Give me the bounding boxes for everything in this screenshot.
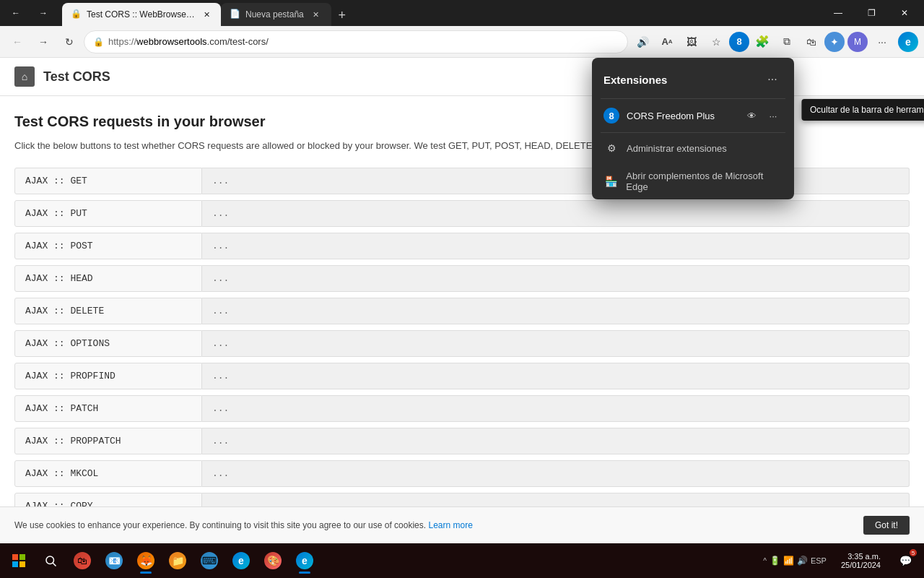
svg-point-4 <box>46 556 54 564</box>
tab-new-tab[interactable]: 📄 Nueva pestaña ✕ <box>221 3 331 26</box>
collections-button[interactable]: ⧉ <box>775 30 798 53</box>
cors-badge-button[interactable]: 8 <box>729 32 749 52</box>
title-bar: ← → 🔒 Test CORS :: WebBrowserTools ✕ 📄 N… <box>0 0 924 26</box>
extension-cors-actions: 👁 ··· <box>742 106 783 125</box>
ajax-propfind-result: ... <box>202 363 910 389</box>
open-ms-icon: 🏪 <box>603 173 619 189</box>
address-rest: .com/test-cors/ <box>207 36 269 47</box>
taskbar-app-firefox[interactable]: 🦊 <box>130 545 162 577</box>
tab-new-close[interactable]: ✕ <box>310 8 323 21</box>
extensions-title: Extensiones <box>603 74 667 86</box>
taskbar-search[interactable] <box>35 545 66 577</box>
ajax-proppatch-result: ... <box>202 428 910 454</box>
manage-extensions-icon: ⚙ <box>603 140 619 156</box>
back-button[interactable]: ← <box>6 30 29 53</box>
ajax-put-button[interactable]: AJAX :: PUT <box>14 200 202 227</box>
extensions-header: Extensiones ··· <box>592 58 794 98</box>
favorites-button[interactable]: ☆ <box>705 30 728 53</box>
browser-back-btn[interactable]: ← <box>3 0 29 26</box>
explorer-icon: 📁 <box>169 552 186 569</box>
new-tab-button[interactable]: + <box>331 4 353 26</box>
manage-extensions-item[interactable]: ⚙ Administrar extensiones <box>592 133 794 163</box>
taskbar-app-outlook[interactable]: 📧 <box>98 545 130 577</box>
ajax-patch-result: ... <box>202 395 910 422</box>
open-ms-item[interactable]: 🏪 Abrir complementos de Microsoft Edge <box>592 163 794 199</box>
tab-cors[interactable]: 🔒 Test CORS :: WebBrowserTools ✕ <box>62 3 221 26</box>
screenshot-button[interactable]: 🖼 <box>680 30 703 53</box>
minimize-button[interactable]: — <box>821 0 855 26</box>
tray-volume: 🔊 <box>797 556 808 566</box>
ajax-row-delete: AJAX :: DELETE ... <box>14 298 910 324</box>
maximize-button[interactable]: ❐ <box>855 0 888 26</box>
ajax-post-result: ... <box>202 233 910 259</box>
ajax-row-head: AJAX :: HEAD ... <box>14 265 910 292</box>
system-tray: ^ 🔋 📶 🔊 ESP 3:35 a.m. 25/01/2024 💬 5 <box>757 545 921 577</box>
taskbar-app-edge2[interactable]: e <box>289 545 321 577</box>
tab-cors-close[interactable]: ✕ <box>201 8 212 21</box>
profile-button[interactable]: M <box>846 30 869 53</box>
taskbar-app-8[interactable]: 🎨 <box>257 545 289 577</box>
vscode-icon: ⌨ <box>201 552 218 569</box>
open-ms-label: Abrir complementos de Microsoft Edge <box>626 171 783 192</box>
clock-date: 25/01/2024 <box>841 561 881 569</box>
extension-cors-name: CORS Freedom Plus <box>627 111 735 121</box>
extension-item-cors[interactable]: 8 CORS Freedom Plus 👁 ··· Ocultar de la … <box>592 99 794 132</box>
start-button[interactable] <box>3 545 35 577</box>
address-protocol: https:// <box>108 36 136 47</box>
refresh-button[interactable]: ↻ <box>58 30 81 53</box>
got-it-button[interactable]: Got it! <box>863 516 910 535</box>
close-button[interactable]: ✕ <box>888 0 921 26</box>
ajax-options-button[interactable]: AJAX :: OPTIONS <box>14 330 202 357</box>
nav-bar: ← → ↻ 🔒 https://webbrowsertools.com/test… <box>0 26 924 58</box>
taskbar: 🛍 📧 🦊 📁 ⌨ e 🎨 e ^ 🔋 📶 🔊 ESP 3:35 a.m. 25… <box>0 543 924 578</box>
site-title: Test CORS <box>43 69 110 85</box>
extensions-more-button[interactable]: ··· <box>762 69 783 90</box>
tray-chevron[interactable]: ^ <box>763 557 767 565</box>
read-aloud-button[interactable]: 🔊 <box>631 30 654 53</box>
ajax-delete-button[interactable]: AJAX :: DELETE <box>14 298 202 324</box>
ajax-rows-container: AJAX :: GET ... AJAX :: PUT ... AJAX :: … <box>14 168 910 544</box>
forward-button[interactable]: → <box>32 30 55 53</box>
ajax-get-button[interactable]: AJAX :: GET <box>14 168 202 194</box>
copilot-button[interactable]: ✦ <box>824 32 845 52</box>
tab-new-title: Nueva pestaña <box>245 9 304 20</box>
settings-button[interactable]: ··· <box>871 30 894 53</box>
tray-language: ESP <box>811 556 827 565</box>
ajax-post-button[interactable]: AJAX :: POST <box>14 233 202 259</box>
address-text: https://webbrowsertools.com/test-cors/ <box>108 36 619 47</box>
cookie-banner: We use cookies to enhance your experienc… <box>0 506 924 543</box>
svg-rect-2 <box>12 561 18 567</box>
edge2-icon: e <box>296 552 313 569</box>
extension-cors-eye-button[interactable]: 👁 <box>742 106 761 125</box>
ajax-patch-button[interactable]: AJAX :: PATCH <box>14 395 202 422</box>
font-btn[interactable]: AA <box>655 30 679 53</box>
profile-avatar: M <box>847 32 868 52</box>
notification-button[interactable]: 💬 5 <box>889 545 921 577</box>
taskbar-app-store[interactable]: 🛍 <box>66 545 98 577</box>
extensions-button[interactable]: 🧩 <box>751 30 774 53</box>
extension-cors-more-button[interactable]: ··· <box>764 106 783 125</box>
window-controls-right: — ❐ ✕ <box>821 0 921 26</box>
ajax-row-proppatch: AJAX :: PROPPATCH ... <box>14 428 910 454</box>
taskbar-app-edge[interactable]: e <box>225 545 257 577</box>
taskbar-clock[interactable]: 3:35 a.m. 25/01/2024 <box>835 552 886 569</box>
tab-cors-favicon: 🔒 <box>71 9 82 20</box>
taskbar-app-explorer[interactable]: 📁 <box>162 545 193 577</box>
ajax-row-patch: AJAX :: PATCH ... <box>14 395 910 422</box>
ajax-row-options: AJAX :: OPTIONS ... <box>14 330 910 357</box>
ajax-proppatch-button[interactable]: AJAX :: PROPPATCH <box>14 428 202 454</box>
shopping-button[interactable]: 🛍 <box>800 30 823 53</box>
ajax-mkcol-button[interactable]: AJAX :: MKCOL <box>14 460 202 487</box>
ajax-put-result: ... <box>202 200 910 227</box>
address-bar[interactable]: 🔒 https://webbrowsertools.com/test-cors/ <box>84 30 628 53</box>
home-button[interactable]: ⌂ <box>14 66 35 87</box>
learn-more-link[interactable]: Learn more <box>428 520 472 530</box>
edge-icon: e <box>232 552 250 569</box>
svg-line-5 <box>53 563 56 566</box>
extension-cors-icon: 8 <box>603 108 619 124</box>
browser-forward-btn[interactable]: → <box>30 0 56 26</box>
ajax-head-button[interactable]: AJAX :: HEAD <box>14 265 202 292</box>
taskbar-app-vscode[interactable]: ⌨ <box>193 545 225 577</box>
ajax-propfind-button[interactable]: AJAX :: PROPFIND <box>14 363 202 389</box>
ajax-head-result: ... <box>202 265 910 292</box>
